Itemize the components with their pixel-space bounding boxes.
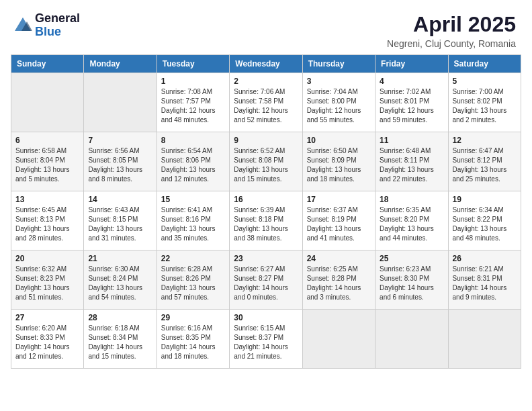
- table-row: 11Sunrise: 6:48 AM Sunset: 8:11 PM Dayli…: [375, 132, 448, 191]
- logo-icon: [13, 16, 32, 35]
- table-row: 3Sunrise: 7:04 AM Sunset: 8:00 PM Daylig…: [302, 73, 375, 132]
- day-info: Sunrise: 7:06 AM Sunset: 7:58 PM Dayligh…: [234, 87, 298, 125]
- day-info: Sunrise: 6:41 AM Sunset: 8:16 PM Dayligh…: [161, 205, 225, 243]
- day-number: 4: [380, 77, 443, 86]
- table-row: 1Sunrise: 7:08 AM Sunset: 7:57 PM Daylig…: [157, 73, 229, 132]
- table-row: 8Sunrise: 6:54 AM Sunset: 8:06 PM Daylig…: [157, 132, 229, 191]
- table-row: 28Sunrise: 6:18 AM Sunset: 8:34 PM Dayli…: [84, 310, 157, 369]
- day-number: 2: [234, 77, 298, 86]
- day-info: Sunrise: 6:16 AM Sunset: 8:35 PM Dayligh…: [161, 324, 225, 361]
- table-row: 21Sunrise: 6:30 AM Sunset: 8:24 PM Dayli…: [84, 250, 157, 310]
- title-location: Negreni, Cluj County, Romania: [387, 38, 516, 49]
- logo-text: General Blue: [35, 12, 80, 39]
- day-number: 27: [15, 313, 79, 322]
- page: General Blue April 2025 Negreni, Cluj Co…: [0, 0, 532, 411]
- calendar-body: 1Sunrise: 7:08 AM Sunset: 7:57 PM Daylig…: [11, 73, 521, 369]
- table-row: 16Sunrise: 6:39 AM Sunset: 8:18 PM Dayli…: [230, 191, 302, 250]
- table-row: 30Sunrise: 6:15 AM Sunset: 8:37 PM Dayli…: [230, 310, 302, 369]
- day-number: 29: [161, 313, 225, 322]
- day-info: Sunrise: 6:15 AM Sunset: 8:37 PM Dayligh…: [234, 324, 298, 361]
- day-number: 19: [453, 195, 517, 204]
- table-row: 27Sunrise: 6:20 AM Sunset: 8:33 PM Dayli…: [11, 310, 84, 369]
- table-row: 26Sunrise: 6:21 AM Sunset: 8:31 PM Dayli…: [448, 250, 521, 310]
- calendar-header: Sunday Monday Tuesday Wednesday Thursday…: [11, 55, 521, 73]
- weekday-tuesday: Tuesday: [157, 55, 229, 73]
- table-row: 2Sunrise: 7:06 AM Sunset: 7:58 PM Daylig…: [230, 73, 302, 132]
- weekday-thursday: Thursday: [302, 55, 375, 73]
- day-number: 26: [453, 254, 517, 263]
- day-info: Sunrise: 7:08 AM Sunset: 7:57 PM Dayligh…: [161, 87, 225, 125]
- day-number: 15: [161, 195, 225, 204]
- day-number: 24: [307, 254, 371, 263]
- table-row: [84, 73, 157, 132]
- day-info: Sunrise: 7:04 AM Sunset: 8:00 PM Dayligh…: [307, 87, 371, 125]
- day-number: 5: [453, 77, 517, 86]
- weekday-sunday: Sunday: [11, 55, 84, 73]
- day-info: Sunrise: 6:23 AM Sunset: 8:30 PM Dayligh…: [380, 265, 443, 302]
- table-row: 29Sunrise: 6:16 AM Sunset: 8:35 PM Dayli…: [157, 310, 229, 369]
- logo-blue: Blue: [35, 26, 80, 39]
- day-number: 11: [380, 136, 443, 145]
- day-number: 21: [88, 254, 152, 263]
- table-row: 5Sunrise: 7:00 AM Sunset: 8:02 PM Daylig…: [448, 73, 521, 132]
- table-row: 9Sunrise: 6:52 AM Sunset: 8:08 PM Daylig…: [230, 132, 302, 191]
- day-info: Sunrise: 6:34 AM Sunset: 8:22 PM Dayligh…: [453, 205, 517, 243]
- day-info: Sunrise: 6:27 AM Sunset: 8:27 PM Dayligh…: [234, 265, 298, 302]
- day-number: 23: [234, 254, 298, 263]
- day-number: 14: [88, 195, 152, 204]
- day-info: Sunrise: 6:28 AM Sunset: 8:26 PM Dayligh…: [161, 265, 225, 302]
- day-number: 9: [234, 136, 298, 145]
- day-info: Sunrise: 6:35 AM Sunset: 8:20 PM Dayligh…: [380, 205, 443, 243]
- title-block: April 2025 Negreni, Cluj County, Romania: [387, 12, 516, 49]
- table-row: 19Sunrise: 6:34 AM Sunset: 8:22 PM Dayli…: [448, 191, 521, 250]
- day-info: Sunrise: 6:21 AM Sunset: 8:31 PM Dayligh…: [453, 265, 517, 302]
- day-number: 6: [15, 136, 79, 145]
- weekday-wednesday: Wednesday: [230, 55, 302, 73]
- table-row: 4Sunrise: 7:02 AM Sunset: 8:01 PM Daylig…: [375, 73, 448, 132]
- day-info: Sunrise: 6:37 AM Sunset: 8:19 PM Dayligh…: [307, 205, 371, 243]
- table-row: 14Sunrise: 6:43 AM Sunset: 8:15 PM Dayli…: [84, 191, 157, 250]
- day-info: Sunrise: 6:18 AM Sunset: 8:34 PM Dayligh…: [88, 324, 152, 361]
- table-row: [11, 73, 84, 132]
- day-info: Sunrise: 6:47 AM Sunset: 8:12 PM Dayligh…: [453, 146, 517, 184]
- day-info: Sunrise: 6:39 AM Sunset: 8:18 PM Dayligh…: [234, 205, 298, 243]
- weekday-saturday: Saturday: [448, 55, 521, 73]
- day-info: Sunrise: 6:52 AM Sunset: 8:08 PM Dayligh…: [234, 146, 298, 184]
- calendar: Sunday Monday Tuesday Wednesday Thursday…: [0, 54, 532, 411]
- table-row: 13Sunrise: 6:45 AM Sunset: 8:13 PM Dayli…: [11, 191, 84, 250]
- day-number: 10: [307, 136, 371, 145]
- day-info: Sunrise: 7:00 AM Sunset: 8:02 PM Dayligh…: [453, 87, 517, 125]
- weekday-friday: Friday: [375, 55, 448, 73]
- weekday-monday: Monday: [84, 55, 157, 73]
- day-info: Sunrise: 7:02 AM Sunset: 8:01 PM Dayligh…: [380, 87, 443, 125]
- table-row: 10Sunrise: 6:50 AM Sunset: 8:09 PM Dayli…: [302, 132, 375, 191]
- table-row: 20Sunrise: 6:32 AM Sunset: 8:23 PM Dayli…: [11, 250, 84, 310]
- table-row: 6Sunrise: 6:58 AM Sunset: 8:04 PM Daylig…: [11, 132, 84, 191]
- table-row: 12Sunrise: 6:47 AM Sunset: 8:12 PM Dayli…: [448, 132, 521, 191]
- day-number: 20: [15, 254, 79, 263]
- day-number: 7: [88, 136, 152, 145]
- day-info: Sunrise: 6:45 AM Sunset: 8:13 PM Dayligh…: [15, 205, 79, 243]
- day-info: Sunrise: 6:30 AM Sunset: 8:24 PM Dayligh…: [88, 265, 152, 302]
- logo-general: General: [35, 12, 80, 26]
- table-row: [375, 310, 448, 369]
- day-number: 22: [161, 254, 225, 263]
- day-number: 28: [88, 313, 152, 322]
- day-number: 25: [380, 254, 443, 263]
- day-info: Sunrise: 6:43 AM Sunset: 8:15 PM Dayligh…: [88, 205, 152, 243]
- day-info: Sunrise: 6:58 AM Sunset: 8:04 PM Dayligh…: [15, 146, 79, 184]
- title-month: April 2025: [387, 12, 516, 37]
- day-number: 1: [161, 77, 225, 86]
- table-row: [302, 310, 375, 369]
- table-row: 7Sunrise: 6:56 AM Sunset: 8:05 PM Daylig…: [84, 132, 157, 191]
- day-number: 30: [234, 313, 298, 322]
- day-info: Sunrise: 6:32 AM Sunset: 8:23 PM Dayligh…: [15, 265, 79, 302]
- table-row: 18Sunrise: 6:35 AM Sunset: 8:20 PM Dayli…: [375, 191, 448, 250]
- table-row: 22Sunrise: 6:28 AM Sunset: 8:26 PM Dayli…: [157, 250, 229, 310]
- day-info: Sunrise: 6:56 AM Sunset: 8:05 PM Dayligh…: [88, 146, 152, 184]
- day-number: 3: [307, 77, 371, 86]
- day-info: Sunrise: 6:54 AM Sunset: 8:06 PM Dayligh…: [161, 146, 225, 184]
- header: General Blue April 2025 Negreni, Cluj Co…: [0, 0, 532, 54]
- day-info: Sunrise: 6:25 AM Sunset: 8:28 PM Dayligh…: [307, 265, 371, 302]
- table-row: 23Sunrise: 6:27 AM Sunset: 8:27 PM Dayli…: [230, 250, 302, 310]
